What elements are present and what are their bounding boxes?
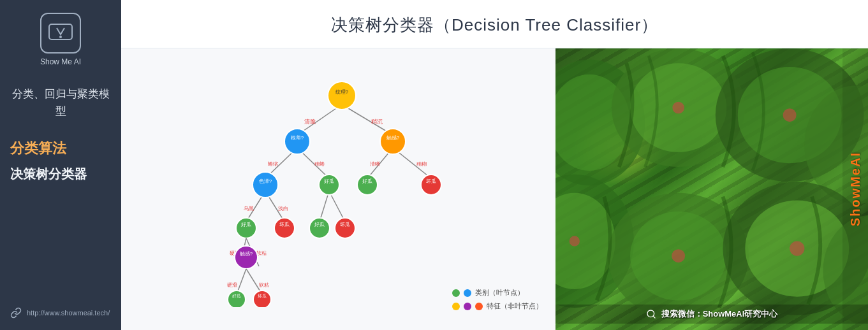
legend-dot-orange [475, 303, 483, 310]
legend-label-feature: 特征（非叶节点） [487, 301, 543, 311]
svg-point-1 [59, 36, 62, 38]
svg-point-26 [253, 172, 278, 197]
svg-line-18 [320, 191, 329, 222]
svg-text:稍沉: 稍沉 [371, 118, 383, 125]
sidebar-item-label: 决策树分类器 [10, 166, 111, 183]
legend-label-class: 类别（叶节点） [475, 288, 524, 298]
svg-point-54 [253, 291, 271, 307]
svg-point-46 [235, 246, 258, 269]
svg-point-20 [328, 82, 356, 110]
svg-point-73 [672, 249, 685, 262]
svg-point-74 [790, 241, 804, 255]
logo-label: Show Me AI [40, 57, 81, 66]
svg-line-19 [329, 191, 345, 222]
sidebar-footer: http://www.showmeai.tech/ [0, 307, 121, 319]
watermelon-footer: 搜索微信：ShowMeAI研究中心 [555, 305, 868, 324]
main-content: 决策树分类器（Decision Tree Classifier） 清脆 稍沉 蜷… [121, 0, 868, 330]
legend-dot-yellow [452, 303, 460, 310]
watermelon-background: ShowMeAI 搜索微信：ShowMeAI研究中心 [555, 48, 868, 330]
svg-point-28 [319, 175, 339, 195]
svg-point-34 [236, 218, 256, 238]
search-icon [646, 309, 656, 319]
svg-text:坏瓜: 坏瓜 [339, 222, 350, 227]
svg-text:好瓜: 好瓜 [241, 222, 251, 227]
svg-text:稍蜷: 稍蜷 [314, 161, 325, 167]
svg-text:乌黑: 乌黑 [244, 206, 254, 212]
svg-point-24 [380, 129, 406, 154]
svg-text:清脆: 清脆 [304, 118, 316, 125]
watermelon-footer-text: 搜索微信：ShowMeAI研究中心 [661, 308, 778, 320]
slide-body: 清脆 稍沉 蜷缩 稍蜷 清晰 稍糊 乌黑 [121, 48, 868, 330]
legend-item-feature: 特征（非叶节点） [452, 301, 543, 311]
svg-point-72 [570, 236, 580, 246]
logo-icon [40, 13, 81, 54]
svg-text:坏瓜: 坏瓜 [425, 178, 436, 184]
watermelon-image-area: ShowMeAI 搜索微信：ShowMeAI研究中心 [555, 48, 868, 330]
legend-dot-purple [464, 303, 471, 310]
svg-point-40 [335, 218, 355, 238]
svg-text:坏瓜: 坏瓜 [279, 222, 290, 227]
sidebar: Show Me AI 分类、回归与聚类模型 分类算法 决策树分类器 http:/… [0, 0, 121, 330]
decision-tree-svg: 清脆 稍沉 蜷缩 稍蜷 清晰 稍糊 乌黑 [221, 78, 463, 307]
diagram-area: 清脆 稍沉 蜷缩 稍蜷 清晰 稍糊 乌黑 [121, 48, 555, 330]
svg-text:好瓜: 好瓜 [324, 178, 334, 184]
svg-text:触感?: 触感? [386, 135, 399, 141]
legend-dot-green [452, 289, 460, 297]
legend-item-class: 类别（叶节点） [452, 288, 543, 298]
svg-point-22 [284, 129, 310, 154]
svg-text:坏瓜: 坏瓜 [257, 294, 267, 298]
svg-text:浅白: 浅白 [278, 206, 288, 212]
svg-text:硬滑: 硬滑 [227, 282, 237, 288]
svg-point-32 [421, 175, 441, 195]
svg-point-70 [672, 102, 684, 114]
svg-text:好瓜: 好瓜 [232, 294, 241, 299]
svg-point-36 [274, 218, 295, 238]
legend: 类别（叶节点） 特征（非叶节点） [452, 288, 543, 311]
legend-dot-blue [464, 289, 471, 297]
svg-text:好瓜: 好瓜 [362, 178, 372, 184]
slide-title: 决策树分类器（Decision Tree Classifier） [121, 0, 868, 48]
link-icon [10, 307, 22, 319]
svg-point-71 [783, 108, 797, 122]
svg-point-30 [357, 175, 378, 195]
svg-text:纹理?: 纹理? [335, 89, 348, 95]
svg-text:好瓜: 好瓜 [314, 222, 325, 227]
svg-point-38 [309, 218, 330, 238]
watermark-text: ShowMeAI [848, 152, 863, 226]
svg-text:清晰: 清晰 [370, 161, 380, 167]
svg-text:触感?: 触感? [239, 251, 253, 257]
svg-text:根蒂?: 根蒂? [290, 135, 304, 141]
svg-text:蜷缩: 蜷缩 [268, 161, 278, 167]
watermelon-svg [555, 48, 868, 330]
sidebar-subtitle: 分类、回归与聚类模型 [10, 85, 111, 120]
svg-text:软粘: 软粘 [259, 282, 269, 288]
svg-text:色泽?: 色泽? [258, 178, 272, 184]
svg-text:稍糊: 稍糊 [416, 161, 427, 167]
svg-point-52 [228, 291, 246, 307]
sidebar-section-label: 分类算法 [10, 139, 111, 158]
website-link[interactable]: http://www.showmeai.tech/ [27, 309, 110, 317]
logo-container: Show Me AI [40, 13, 81, 66]
